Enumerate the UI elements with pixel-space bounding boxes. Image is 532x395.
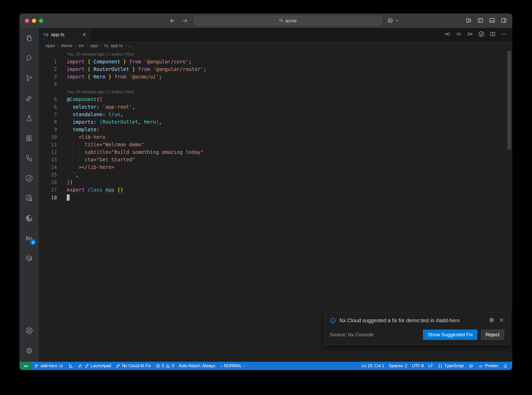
customize-layout-icon[interactable] bbox=[466, 17, 472, 25]
forward-icon[interactable] bbox=[182, 17, 188, 24]
indent-guide bbox=[73, 148, 73, 156]
run-target-icon[interactable] bbox=[478, 31, 485, 38]
indent-guide bbox=[67, 156, 67, 163]
tab-bar: TS app.ts bbox=[39, 28, 512, 41]
code-text: cta="Get Started" bbox=[57, 156, 512, 163]
language-label: TypeScript bbox=[444, 364, 464, 368]
hierarchy-icon[interactable] bbox=[19, 148, 39, 168]
line-number: 10 bbox=[39, 133, 57, 141]
code-text: <lib-hero bbox=[57, 133, 512, 141]
explorer-icon[interactable] bbox=[19, 28, 39, 48]
branch-status-item[interactable]: add-hero bbox=[32, 362, 66, 370]
close-icon[interactable] bbox=[499, 317, 504, 324]
typescript-file-icon: TS bbox=[43, 32, 48, 37]
search-view-icon[interactable] bbox=[19, 48, 39, 68]
indent-guide bbox=[67, 171, 67, 179]
notifications-status-item[interactable] bbox=[501, 362, 510, 370]
notification-toast: Nx Cloud suggested a fix for demo:test i… bbox=[324, 312, 510, 345]
command-center-search[interactable]: acme bbox=[194, 16, 382, 25]
encoding-status-item[interactable]: UTF-8 bbox=[410, 362, 426, 370]
current-change-icon[interactable] bbox=[456, 31, 462, 38]
account-icon[interactable] bbox=[19, 321, 39, 341]
indent-guide bbox=[73, 141, 73, 148]
close-window-button[interactable] bbox=[25, 19, 29, 23]
line-number: 18 bbox=[39, 194, 57, 201]
eol-status-item[interactable]: LF bbox=[426, 362, 436, 370]
split-editor-icon[interactable] bbox=[490, 31, 496, 38]
zoom-window-button[interactable] bbox=[39, 19, 43, 23]
cursor-position-status-item[interactable]: Ln 18, Col 1 bbox=[359, 362, 386, 370]
line-number: 6 bbox=[39, 103, 57, 111]
indent-guide bbox=[79, 148, 79, 156]
toggle-secondary-sidebar-icon[interactable] bbox=[501, 17, 507, 25]
notification-title: Nx Cloud suggested a fix for demo:test i… bbox=[340, 318, 485, 324]
copilot-menu[interactable] bbox=[387, 14, 399, 28]
title-bar[interactable]: acme bbox=[19, 14, 512, 28]
testing-icon[interactable] bbox=[19, 108, 39, 128]
more-actions-icon[interactable] bbox=[501, 31, 507, 38]
container-icon[interactable] bbox=[19, 248, 39, 268]
cursor-position-label: Ln 18, Col 1 bbox=[362, 364, 384, 368]
gear-icon[interactable] bbox=[489, 317, 495, 324]
remote-indicator[interactable]: >< bbox=[19, 362, 32, 370]
code-text: subtitle="Build something amazing today" bbox=[57, 148, 512, 156]
nx-cloud-ai-fix-status-item[interactable]: Nx Cloud AI Fix bbox=[114, 362, 153, 370]
code-line: 12 subtitle="Build something amazing tod… bbox=[39, 148, 512, 156]
indent-guide bbox=[67, 141, 67, 148]
tab-label: app.ts bbox=[51, 32, 64, 37]
problems-status-item[interactable]: 0 0 bbox=[153, 362, 177, 370]
blame-text[interactable]: You, 24 minutes ago | 1 author (You) bbox=[39, 50, 134, 58]
circled-branch-icon[interactable] bbox=[19, 168, 39, 188]
breadcrumb-app[interactable]: app bbox=[90, 43, 98, 48]
indentation-status-item[interactable]: Spaces: 2 bbox=[387, 362, 410, 370]
git-graph-status-item[interactable] bbox=[66, 362, 75, 370]
auto-attach-status-item[interactable]: Auto Attach: Always bbox=[176, 362, 218, 370]
minimize-window-button[interactable] bbox=[32, 19, 36, 23]
breadcrumb-symbol[interactable]: ... bbox=[129, 43, 132, 48]
code-line: 18 bbox=[39, 194, 512, 201]
back-icon[interactable] bbox=[169, 17, 176, 24]
edge-browser-icon[interactable] bbox=[19, 208, 39, 228]
block-cursor bbox=[67, 194, 70, 201]
code-line: 7 standalone: true, bbox=[39, 111, 512, 118]
chevron-right-icon: › bbox=[75, 43, 76, 48]
language-status-item[interactable]: {} TypeScript bbox=[436, 362, 466, 370]
search-icon bbox=[279, 18, 283, 24]
gear-icon[interactable] bbox=[19, 341, 39, 361]
line-number: 9 bbox=[39, 126, 57, 133]
nx-icon[interactable]: 3 bbox=[19, 228, 39, 248]
circled-branch-search-icon[interactable] bbox=[19, 188, 39, 208]
copilot-status-item[interactable] bbox=[466, 362, 476, 370]
code-line: 1import { Component } from '@angular/cor… bbox=[39, 58, 512, 65]
blame-text[interactable]: You, 24 minutes ago | 1 author (You) bbox=[39, 88, 134, 96]
run-debug-icon[interactable] bbox=[19, 88, 39, 108]
extensions-icon[interactable] bbox=[19, 128, 39, 148]
status-bar: >< add-hero bbox=[19, 362, 512, 370]
braces-icon: {} bbox=[438, 364, 443, 368]
source-control-icon[interactable] bbox=[19, 68, 39, 88]
reject-button[interactable]: Reject bbox=[481, 330, 504, 340]
tab-app-ts[interactable]: TS app.ts bbox=[39, 28, 91, 41]
prev-change-icon[interactable] bbox=[444, 31, 451, 38]
code-text: template: ` bbox=[57, 126, 512, 133]
breadcrumb-file[interactable]: app.ts bbox=[111, 43, 123, 48]
wrench-icon bbox=[116, 364, 121, 368]
indentation-label: Spaces: 2 bbox=[389, 364, 407, 368]
editor-scrollbar[interactable] bbox=[507, 51, 511, 150]
breadcrumb-src[interactable]: src bbox=[78, 43, 84, 48]
vim-mode-status-item[interactable]: -- NORMAL -- bbox=[218, 362, 248, 370]
indent-guide bbox=[67, 163, 67, 171]
show-suggested-fix-button[interactable]: Show Suggested Fix bbox=[423, 330, 477, 340]
bell-icon bbox=[503, 364, 508, 368]
branch-icon bbox=[34, 364, 39, 368]
warning-count: 0 bbox=[172, 364, 174, 368]
formatter-status-item[interactable]: Prettier bbox=[476, 362, 501, 370]
breadcrumb-apps[interactable]: apps bbox=[45, 43, 55, 48]
next-change-icon[interactable] bbox=[467, 31, 473, 38]
toggle-sidebar-icon[interactable] bbox=[477, 17, 484, 25]
code-text: }) bbox=[57, 179, 512, 186]
launchpad-status-item[interactable]: Launchpad bbox=[75, 362, 114, 370]
toggle-panel-icon[interactable] bbox=[489, 17, 495, 25]
close-icon[interactable] bbox=[82, 32, 87, 37]
breadcrumb-demo[interactable]: demo bbox=[61, 43, 72, 48]
